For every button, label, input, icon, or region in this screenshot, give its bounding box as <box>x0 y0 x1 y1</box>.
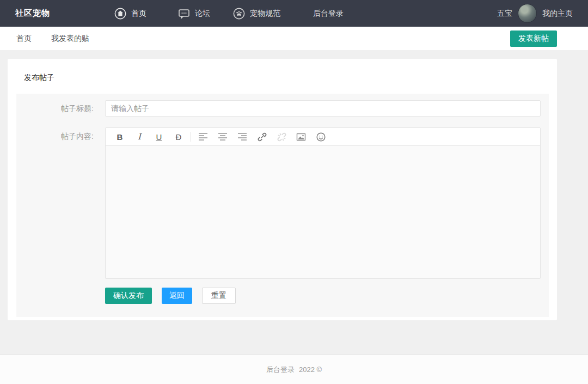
form-actions: 确认发布 返回 重置 <box>16 288 549 304</box>
page-background: 发布帖子 帖子标题: 帖子内容: B I U Đ <box>0 50 588 355</box>
forum-icon <box>178 8 190 19</box>
emoji-icon[interactable] <box>311 128 330 146</box>
card-title: 发布帖子 <box>8 59 557 94</box>
align-center-icon[interactable] <box>213 128 232 146</box>
footer-admin-login-link[interactable]: 后台登录 <box>266 365 295 375</box>
breadcrumb-home[interactable]: 首页 <box>16 34 32 44</box>
nav-item-label: 后台登录 <box>313 9 344 19</box>
my-homepage-link[interactable]: 我的主页 <box>542 9 573 19</box>
breadcrumb-my-posts[interactable]: 我发表的贴 <box>51 34 89 44</box>
confirm-publish-button[interactable]: 确认发布 <box>105 288 152 304</box>
post-title-input[interactable] <box>105 100 541 117</box>
bold-button[interactable]: B <box>110 128 130 146</box>
page-footer: 后台登录 2022 © <box>0 355 588 384</box>
user-avatar[interactable] <box>518 4 537 23</box>
paw-icon <box>233 8 245 20</box>
post-content-label: 帖子内容: <box>16 127 105 279</box>
align-left-icon[interactable] <box>193 128 213 146</box>
post-form-panel: 帖子标题: 帖子内容: B I U Đ <box>16 94 549 317</box>
brand-title: 社区宠物 <box>15 8 50 19</box>
username-label: 五宝 <box>497 9 512 19</box>
editor-toolbar: B I U Đ <box>106 128 540 146</box>
nav-item-forum[interactable]: 论坛 <box>178 8 210 19</box>
nav-item-label: 论坛 <box>195 9 210 19</box>
title-form-row: 帖子标题: <box>16 100 549 117</box>
unlink-icon <box>272 128 291 146</box>
rich-text-editor: B I U Đ <box>105 127 541 279</box>
post-content-editor[interactable] <box>106 146 540 278</box>
italic-button[interactable]: I <box>130 128 149 146</box>
breadcrumb-bar: 首页 我发表的贴 发表新帖 <box>0 27 588 50</box>
home-icon <box>114 8 126 20</box>
toolbar-divider <box>191 132 191 142</box>
reset-button[interactable]: 重置 <box>202 288 236 304</box>
footer-copyright: 2022 © <box>299 365 322 374</box>
link-icon[interactable] <box>252 128 272 146</box>
content-form-row: 帖子内容: B I U Đ <box>16 127 549 279</box>
nav-item-label: 宠物规范 <box>250 9 280 19</box>
top-navbar: 社区宠物 首页 论坛 <box>0 0 588 27</box>
nav-item-home[interactable]: 首页 <box>114 8 146 20</box>
post-title-label: 帖子标题: <box>16 100 105 117</box>
underline-button[interactable]: U <box>149 128 169 146</box>
align-right-icon[interactable] <box>232 128 252 146</box>
strikethrough-button[interactable]: Đ <box>169 128 188 146</box>
new-post-button[interactable]: 发表新帖 <box>510 31 557 47</box>
publish-post-card: 发布帖子 帖子标题: 帖子内容: B I U Đ <box>8 59 557 320</box>
nav-item-admin-login[interactable]: 后台登录 <box>313 9 344 19</box>
nav-item-label: 首页 <box>131 9 146 19</box>
navbar-user-area: 五宝 我的主页 <box>497 4 573 23</box>
back-button[interactable]: 返回 <box>162 288 192 304</box>
image-icon[interactable] <box>291 128 311 146</box>
nav-item-pet-rules[interactable]: 宠物规范 <box>233 8 280 20</box>
